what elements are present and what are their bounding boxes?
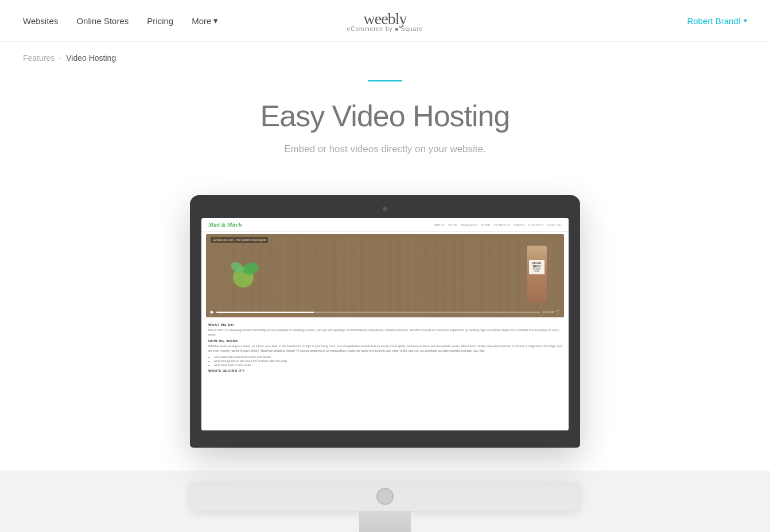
monitor-camera	[383, 207, 387, 211]
site-mockup-logo: Mint & Mirch	[208, 222, 242, 228]
video-time: 0:00 / 5:33	[543, 310, 554, 313]
accent-line	[368, 80, 402, 81]
video-controls: ▶ 0:00 / 5:33 ⛶	[211, 309, 559, 314]
breadcrumb-parent[interactable]: Features	[23, 53, 55, 63]
logo-sub: eCommerce by ■ Square	[347, 26, 423, 32]
section2-title: HOW WE WORK	[208, 339, 562, 343]
breadcrumb-current: Video Hosting	[66, 53, 116, 63]
nav-pricing[interactable]: Pricing	[147, 16, 173, 26]
section2-list: and passionate about their drinks and de…	[208, 355, 562, 367]
lime-decoration	[229, 257, 263, 292]
section2-text: Whether we're serving in a forest, on a …	[208, 344, 562, 353]
site-mockup-nav-links: ABOUT BLOG SERVICES SHOP FLORISTS PRESS …	[434, 223, 562, 227]
list-item: want their guests to talk about the cock…	[214, 359, 562, 363]
video-progress-bar[interactable]	[216, 312, 540, 313]
user-name: Robert Brandl	[687, 16, 740, 26]
section3-title: WHO'S BEHIND IT?	[208, 369, 562, 372]
hero-section: Easy Video Hosting Embed or host videos …	[0, 74, 770, 178]
monitor-screen: Mint & Mirch ABOUT BLOG SERVICES SHOP FL…	[201, 218, 569, 430]
rum-bottle: BELOW DECK SPICED RUM	[527, 246, 547, 303]
site-mockup: Mint & Mirch ABOUT BLOG SERVICES SHOP FL…	[201, 218, 569, 430]
monitor-chin	[201, 430, 569, 442]
nav-more[interactable]: More ▾	[192, 15, 218, 26]
hero-subtitle: Embed or host videos directly on your we…	[11, 143, 759, 155]
monitor-base	[190, 482, 580, 532]
site-logo[interactable]: weebly eCommerce by ■ Square	[347, 10, 423, 32]
main-nav: Websites Online Stores Pricing More ▾ we…	[0, 0, 770, 42]
list-item: and passionate about their drinks and de…	[214, 355, 562, 359]
bottom-section	[0, 471, 770, 532]
monitor-mockup: Mint & Mirch ABOUT BLOG SERVICES SHOP FL…	[0, 195, 770, 448]
site-nav-mockup: Mint & Mirch ABOUT BLOG SERVICES SHOP FL…	[201, 218, 569, 232]
section1-title: WHAT WE DO	[208, 323, 562, 327]
chevron-down-icon: ▾	[213, 15, 218, 26]
user-menu[interactable]: Robert Brandl ▾	[687, 16, 747, 26]
nav-online-stores[interactable]: Online Stores	[76, 16, 129, 26]
video-fullscreen-icon[interactable]: ⛶	[556, 310, 559, 314]
monitor-frame: Mint & Mirch ABOUT BLOG SERVICES SHOP FL…	[190, 195, 580, 448]
site-content-mockup: WHAT WE DO Mint & Mirch is a traveling c…	[201, 320, 569, 378]
hero-title: Easy Video Hosting	[11, 99, 759, 133]
nav-websites[interactable]: Websites	[23, 16, 58, 26]
monitor-back-circle	[376, 488, 394, 505]
nav-links: Websites Online Stores Pricing More ▾	[23, 15, 218, 26]
site-video-area: Janelle and Jon - The Modern Mixologists	[206, 234, 564, 317]
list-item: want more than a soda water	[214, 363, 562, 367]
monitor-back-panel	[190, 482, 580, 511]
rum-label: BELOW DECK SPICED RUM	[529, 260, 545, 274]
video-progress-fill	[216, 312, 314, 313]
breadcrumb-separator: ›	[59, 54, 61, 62]
video-play-button[interactable]: ▶	[211, 309, 214, 314]
user-chevron-icon: ▾	[744, 17, 747, 25]
monitor-stand-neck	[359, 511, 411, 532]
breadcrumb: Features › Video Hosting	[0, 42, 770, 74]
section1-text: Mint & Mirch is a traveling cocktail bar…	[208, 328, 562, 337]
